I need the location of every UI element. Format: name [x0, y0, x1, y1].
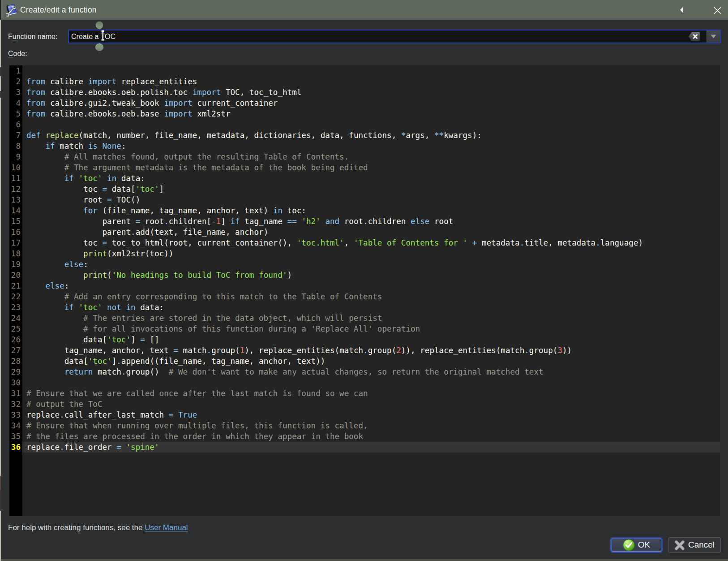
- left-edge-artifact: [0, 490, 1, 511]
- ok-check-icon: [623, 539, 635, 551]
- line-number-gutter: 1234567891011121314151617181920212223242…: [9, 65, 22, 516]
- code-line[interactable]: parent = root.children[-1] if tag_name =…: [22, 216, 720, 227]
- code-line[interactable]: # for all invocations of this function d…: [22, 324, 720, 334]
- line-number: 8: [9, 141, 22, 151]
- line-number: 19: [9, 259, 22, 270]
- code-line[interactable]: tag_name, anchor, text = match.group(1),…: [22, 345, 720, 356]
- titlebar[interactable]: Create/edit a function: [0, 0, 728, 20]
- line-number: 11: [9, 173, 22, 184]
- line-number: 18: [9, 248, 22, 259]
- code-line[interactable]: # The argument metadata is the metadata …: [22, 162, 720, 173]
- line-number: 31: [9, 388, 22, 399]
- code-line[interactable]: replace.call_after_last_match = True: [22, 410, 720, 420]
- code-line[interactable]: for (file_name, tag_name, anchor, text) …: [22, 205, 720, 216]
- code-line[interactable]: else:: [22, 280, 720, 291]
- line-number: 29: [9, 367, 22, 377]
- line-number: 10: [9, 162, 22, 173]
- titlebar-left-edge: [0, 0, 1, 20]
- code-line[interactable]: [22, 119, 720, 130]
- line-number: 32: [9, 399, 22, 410]
- line-number: 6: [9, 119, 22, 130]
- line-number: 1: [9, 65, 22, 76]
- code-line[interactable]: parent.add(text, file_name, anchor): [22, 227, 720, 237]
- code-line[interactable]: # output the ToC: [22, 399, 720, 410]
- line-number: 28: [9, 356, 22, 367]
- chevron-down-icon: [711, 35, 716, 39]
- code-line[interactable]: return match.group() # We don't want to …: [22, 367, 720, 377]
- code-line[interactable]: [22, 65, 720, 76]
- create-edit-function-dialog: Create/edit a function Function name: Cr…: [0, 0, 728, 561]
- code-line[interactable]: root = TOC(): [22, 194, 720, 205]
- line-number: 23: [9, 302, 22, 313]
- line-number: 35: [9, 431, 22, 442]
- code-line[interactable]: toc = toc_to_html(root, current_containe…: [22, 237, 720, 248]
- back-arrow-icon[interactable]: [676, 3, 689, 17]
- function-name-label: Function name:: [8, 30, 57, 43]
- line-number: 34: [9, 420, 22, 431]
- code-line[interactable]: data['toc'].append((file_name, tag_name,…: [22, 356, 720, 367]
- line-number: 14: [9, 205, 22, 216]
- combobox-dropdown-button[interactable]: [706, 30, 720, 43]
- code-line[interactable]: else:: [22, 259, 720, 270]
- code-line[interactable]: from calibre.gui2.tweak_book import curr…: [22, 98, 720, 108]
- line-number: 36: [9, 442, 22, 453]
- line-number: 7: [9, 130, 22, 141]
- line-number: 25: [9, 324, 22, 334]
- line-number: 17: [9, 237, 22, 248]
- code-line[interactable]: toc = data['toc']: [22, 184, 720, 194]
- code-line[interactable]: if 'toc' not in data:: [22, 302, 720, 313]
- code-line[interactable]: if 'toc' in data:: [22, 173, 720, 184]
- code-line[interactable]: data['toc'] = []: [22, 334, 720, 345]
- function-name-combobox[interactable]: Create a TOC: [68, 30, 721, 43]
- code-content[interactable]: from calibre import replace_entitiesfrom…: [22, 65, 720, 516]
- line-number: 12: [9, 184, 22, 194]
- window-bottom-edge: [0, 559, 728, 561]
- line-number: 21: [9, 280, 22, 291]
- code-line[interactable]: # Ensure that when running over multiple…: [22, 420, 720, 431]
- code-line[interactable]: def replace(match, number, file_name, me…: [22, 130, 720, 141]
- code-label: Code:: [8, 49, 27, 59]
- line-number: 20: [9, 270, 22, 280]
- code-line[interactable]: from calibre.ebooks.oeb.polish.toc impor…: [22, 87, 720, 98]
- cancel-button[interactable]: Cancel: [668, 537, 721, 553]
- code-line[interactable]: # All matches found, output the resultin…: [22, 151, 720, 162]
- code-line[interactable]: replace.file_order = 'spine': [22, 442, 720, 453]
- line-number: 3: [9, 87, 22, 98]
- window-title: Create/edit a function: [20, 0, 97, 20]
- clear-text-icon[interactable]: [687, 31, 702, 42]
- ok-button[interactable]: OK: [612, 539, 661, 552]
- code-line[interactable]: print('No headings to build ToC from fou…: [22, 270, 720, 280]
- text-cursor: [101, 30, 105, 42]
- user-manual-link[interactable]: User Manual: [145, 523, 188, 532]
- code-line[interactable]: # Ensure that we are called once after t…: [22, 388, 720, 399]
- cancel-x-icon: [674, 540, 685, 551]
- code-line[interactable]: from calibre.ebooks.oeb.base import xml2…: [22, 108, 720, 119]
- code-line[interactable]: [22, 377, 720, 388]
- code-line[interactable]: # the files are processed in the order i…: [22, 431, 720, 442]
- code-line[interactable]: from calibre import replace_entities: [22, 76, 720, 87]
- function-name-input[interactable]: Create a TOC: [71, 30, 116, 43]
- code-line[interactable]: if match is None:: [22, 141, 720, 151]
- line-number: 13: [9, 194, 22, 205]
- line-number: 26: [9, 334, 22, 345]
- line-number: 30: [9, 377, 22, 388]
- line-number: 24: [9, 313, 22, 324]
- line-number: 16: [9, 227, 22, 237]
- left-edge-artifact: [0, 67, 1, 76]
- text-cursor-handle-bottom-icon[interactable]: [93, 43, 106, 52]
- line-number: 22: [9, 291, 22, 302]
- line-number: 33: [9, 410, 22, 420]
- close-button[interactable]: [710, 3, 724, 17]
- code-line[interactable]: # Add an entry corresponding to this mat…: [22, 291, 720, 302]
- left-edge-artifact: [0, 91, 1, 98]
- text-cursor-handle-top-icon[interactable]: [94, 21, 104, 30]
- code-editor[interactable]: 1234567891011121314151617181920212223242…: [9, 65, 720, 516]
- line-number: 9: [9, 151, 22, 162]
- line-number: 27: [9, 345, 22, 356]
- help-text: For help with creating functions, see th…: [8, 523, 188, 532]
- function-book-wrench-icon: [6, 4, 18, 17]
- line-number: 4: [9, 98, 22, 108]
- code-line[interactable]: print(xml2str(toc)): [22, 248, 720, 259]
- line-number: 2: [9, 76, 22, 87]
- code-line[interactable]: # The entries are stored in the data obj…: [22, 313, 720, 324]
